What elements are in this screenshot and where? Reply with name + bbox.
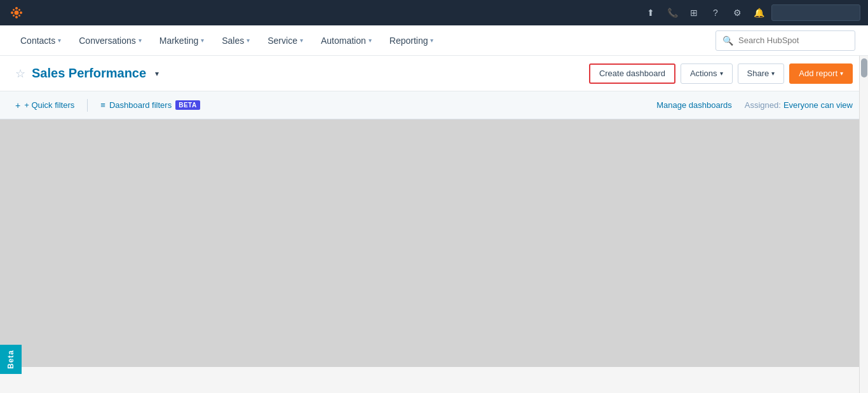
search-bar[interactable]: 🔍 (715, 30, 855, 51)
phone-icon[interactable]: 📞 (663, 4, 681, 22)
navbar: Contacts ▾ Conversations ▾ Marketing ▾ S… (0, 25, 868, 56)
search-input[interactable] (738, 36, 848, 45)
scrollbar[interactable] (859, 56, 868, 367)
dashboard-filters-button[interactable]: ≡ Dashboard filters BETA (100, 100, 200, 110)
svg-point-8 (18, 9, 20, 11)
create-dashboard-button[interactable]: Create dashboard (589, 63, 675, 84)
topbar-search (771, 4, 860, 21)
actions-chevron-icon: ▾ (720, 70, 723, 77)
chevron-down-icon: ▾ (300, 37, 303, 44)
assigned-value[interactable]: Everyone can view (783, 100, 853, 110)
nav-item-automation[interactable]: Automation ▾ (313, 25, 379, 56)
plus-icon: + (15, 100, 20, 110)
page-header: ☆ Sales Performance ▾ Create dashboard A… (0, 56, 868, 91)
filters-bar: + + Quick filters ≡ Dashboard filters BE… (0, 91, 868, 119)
assigned-area: Assigned: Everyone can view (745, 100, 853, 110)
chevron-down-icon: ▾ (369, 37, 372, 44)
title-chevron-down-icon[interactable]: ▾ (155, 69, 159, 78)
favorite-star-icon[interactable]: ☆ (15, 67, 25, 81)
nav-item-contacts[interactable]: Contacts ▾ (13, 25, 69, 56)
settings-icon[interactable]: ⚙ (728, 4, 746, 22)
chevron-down-icon: ▾ (139, 37, 142, 44)
beta-badge: BETA (175, 100, 200, 110)
svg-point-1 (15, 7, 18, 10)
filter-lines-icon: ≡ (100, 100, 105, 110)
search-icon: 🔍 (722, 36, 733, 46)
hubspot-logo[interactable] (8, 4, 25, 22)
add-report-chevron-icon: ▾ (840, 70, 843, 77)
nav-item-sales[interactable]: Sales ▾ (214, 25, 257, 56)
topbar-right: ⬆ 📞 ⊞ ? ⚙ 🔔 (642, 4, 860, 22)
scrollbar-thumb[interactable] (861, 58, 867, 77)
svg-point-7 (13, 15, 15, 17)
nav-item-service[interactable]: Service ▾ (260, 25, 311, 56)
manage-dashboards-button[interactable]: Manage dashboards (656, 100, 732, 110)
chevron-down-icon: ▾ (247, 37, 250, 44)
nav-item-reporting[interactable]: Reporting ▾ (382, 25, 442, 56)
filter-divider (87, 99, 88, 112)
topbar: ⬆ 📞 ⊞ ? ⚙ 🔔 (0, 0, 868, 25)
svg-point-2 (15, 16, 18, 18)
svg-point-3 (11, 11, 13, 14)
page-actions: Create dashboard Actions ▾ Share ▾ Add r… (589, 63, 853, 84)
main-content (0, 119, 868, 367)
add-report-button[interactable]: Add report ▾ (789, 63, 853, 84)
nav-item-marketing[interactable]: Marketing ▾ (152, 25, 212, 56)
marketplace-icon[interactable]: ⊞ (685, 4, 703, 22)
beta-tab[interactable]: Beta (0, 345, 22, 367)
help-icon[interactable]: ? (707, 4, 724, 22)
quick-filters-button[interactable]: + + Quick filters (15, 100, 74, 110)
chevron-down-icon: ▾ (430, 37, 433, 44)
notifications-icon[interactable]: 🔔 (750, 4, 768, 22)
chevron-down-icon: ▾ (58, 37, 61, 44)
actions-button[interactable]: Actions ▾ (681, 63, 733, 84)
share-chevron-icon: ▾ (771, 70, 775, 77)
assigned-label: Assigned: (745, 100, 781, 110)
nav-item-conversations[interactable]: Conversations ▾ (71, 25, 149, 56)
upgrade-icon[interactable]: ⬆ (642, 4, 660, 22)
share-button[interactable]: Share ▾ (738, 63, 785, 84)
svg-point-0 (15, 11, 19, 15)
svg-point-4 (20, 11, 22, 14)
svg-point-5 (13, 9, 15, 11)
topbar-left (8, 4, 25, 22)
svg-point-6 (18, 15, 20, 17)
page-title-area: ☆ Sales Performance ▾ (15, 66, 159, 81)
chevron-down-icon: ▾ (201, 37, 204, 44)
page-title: Sales Performance (32, 66, 146, 81)
